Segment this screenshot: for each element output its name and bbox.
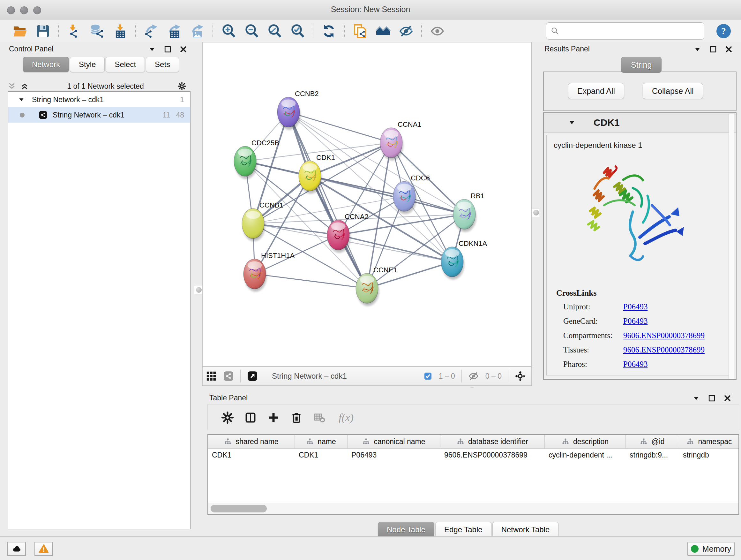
node-table[interactable]: shared namenamecanonical namedatabase id… [207, 434, 739, 515]
open-file-icon[interactable] [10, 22, 29, 40]
table-tabs: Node TableEdge TableNetwork Table [378, 522, 558, 537]
import-database-icon[interactable] [88, 22, 106, 40]
table-options-gear-icon[interactable] [221, 412, 233, 424]
delete-table-icon [313, 412, 326, 424]
table-body: CDK1CDK1P064939606.ENSP00000378699cyclin… [208, 449, 738, 461]
gene-details-box: CDK1 cyclin-dependent kinase 1 [543, 112, 737, 380]
open-in-new-icon[interactable] [247, 371, 258, 381]
table-cell[interactable]: CDK1 [208, 449, 295, 461]
table-horizontal-scrollbar[interactable] [208, 503, 738, 514]
tab-string[interactable]: String [621, 57, 662, 73]
eye-icon[interactable] [428, 22, 447, 40]
help-button[interactable]: ? [717, 24, 731, 38]
scrollbar-thumb[interactable] [211, 505, 267, 512]
column-header-namespac[interactable]: namespac [679, 435, 739, 448]
search-input[interactable] [546, 22, 704, 40]
delete-column-icon[interactable] [290, 412, 302, 424]
warnings-button[interactable] [35, 542, 53, 556]
refresh-icon[interactable] [320, 22, 338, 40]
column-header-shared-name[interactable]: shared name [208, 435, 295, 448]
crosslink-link[interactable]: P06493 [623, 360, 648, 369]
column-header-description[interactable]: description [545, 435, 626, 448]
birdseye-grid-icon[interactable] [206, 371, 217, 381]
network-graph[interactable]: CCNB2 CCNA1 CDC25B CDK1 CDC6 RB1 CCNB1 C… [203, 43, 531, 366]
tab-network[interactable]: Network [23, 57, 69, 72]
column-header--id[interactable]: @id [626, 435, 679, 448]
search-icon [550, 26, 559, 36]
search-field-wrap [546, 22, 704, 40]
crosslink-link[interactable]: P06493 [623, 302, 648, 311]
cloud-status-button[interactable] [7, 542, 26, 556]
show-columns-icon[interactable] [245, 412, 257, 424]
tab-edge-table[interactable]: Edge Table [435, 522, 491, 537]
import-network-icon[interactable] [65, 22, 83, 40]
table-cell[interactable]: P06493 [347, 449, 441, 461]
export-network-icon[interactable] [142, 22, 160, 40]
tab-network-table[interactable]: Network Table [492, 522, 559, 537]
tab-select[interactable]: Select [106, 57, 145, 72]
collection-expander-icon[interactable] [18, 96, 25, 103]
results-panel-title: Results Panel [544, 45, 590, 53]
collapse-all-networks-icon[interactable] [8, 82, 16, 90]
tab-sets[interactable]: Sets [146, 57, 179, 72]
memory-button[interactable]: Memory [687, 542, 735, 556]
left-splitter-handle[interactable] [194, 285, 203, 294]
status-bar: Memory [0, 537, 741, 560]
results-scrollbar[interactable] [729, 114, 734, 379]
panel-maximize-icon[interactable] [708, 394, 716, 402]
function-builder-button[interactable]: f(x) [339, 412, 354, 424]
add-column-icon[interactable] [267, 412, 280, 424]
network-options-gear-icon[interactable] [178, 82, 186, 90]
tab-node-table[interactable]: Node Table [378, 522, 434, 537]
gene-expander-icon[interactable] [568, 119, 576, 126]
panel-close-icon[interactable] [725, 45, 733, 53]
hidden-items-eye-icon[interactable] [468, 371, 479, 381]
table-cell[interactable]: stringdb [679, 449, 739, 461]
pan-tool-icon[interactable] [515, 371, 526, 381]
crosslink-link[interactable]: 9606.ENSP00000378699 [623, 346, 704, 354]
column-header-canonical-name[interactable]: canonical name [347, 435, 441, 448]
zoom-in-icon[interactable] [219, 22, 238, 40]
panel-maximize-icon[interactable] [709, 45, 717, 53]
tab-style[interactable]: Style [70, 57, 105, 72]
cloud-icon [11, 544, 22, 554]
crosslink-link[interactable]: 9606.ENSP00000378699 [623, 331, 704, 340]
selected-checkbox-icon[interactable] [423, 372, 432, 381]
column-header-database-identifier[interactable]: database identifier [441, 435, 545, 448]
column-header-name[interactable]: name [295, 435, 347, 448]
panel-close-icon[interactable] [179, 45, 187, 53]
network-edge-count: 48 [176, 111, 184, 119]
export-table-icon[interactable] [165, 22, 184, 40]
panel-float-icon[interactable] [693, 45, 701, 53]
table-cell[interactable]: 9606.ENSP00000378699 [441, 449, 545, 461]
table-cell[interactable]: stringdb:9... [626, 449, 679, 461]
panel-float-icon[interactable] [148, 45, 156, 53]
table-row[interactable]: CDK1CDK1P064939606.ENSP00000378699cyclin… [208, 449, 738, 461]
gene-section-header[interactable]: CDK1 [544, 113, 736, 132]
import-table-icon[interactable] [111, 22, 129, 40]
network-canvas[interactable]: CCNB2 CCNA1 CDC25B CDK1 CDC6 RB1 CCNB1 C… [202, 42, 532, 367]
collapse-all-button[interactable]: Collapse All [643, 83, 703, 99]
panel-close-icon[interactable] [724, 394, 731, 402]
zoom-selected-icon[interactable] [288, 22, 307, 40]
network-collection-row[interactable]: String Network – cdk1 1 [8, 92, 190, 107]
zoom-fit-icon[interactable] [265, 22, 284, 40]
crosslink-link[interactable]: P06493 [623, 317, 648, 326]
clone-network-icon[interactable] [351, 22, 369, 40]
panel-float-icon[interactable] [692, 394, 700, 402]
gene-details-body: cyclin-dependent kinase 1 [546, 135, 731, 375]
table-cell[interactable]: cyclin-dependent ... [545, 449, 626, 461]
network-row-selected[interactable]: String Network – cdk1 11 48 [8, 107, 190, 123]
save-session-icon[interactable] [33, 22, 52, 40]
export-image-icon[interactable] [188, 22, 206, 40]
expand-all-networks-icon[interactable] [20, 82, 29, 90]
hide-panel-icon[interactable] [397, 22, 415, 40]
expand-all-button[interactable]: Expand All [568, 83, 624, 99]
node-label: CCNA1 [398, 120, 421, 128]
node-label: CDKN1A [459, 240, 487, 247]
string-style-icon[interactable] [223, 371, 234, 381]
zoom-out-icon[interactable] [242, 22, 261, 40]
table-cell[interactable]: CDK1 [295, 449, 347, 461]
home-icon[interactable] [374, 22, 392, 40]
panel-maximize-icon[interactable] [164, 45, 172, 53]
